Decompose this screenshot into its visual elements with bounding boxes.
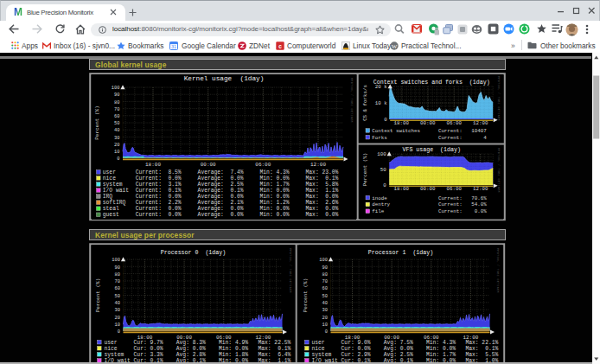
svg-text:06:00: 06:00 — [446, 186, 462, 192]
svg-text:70: 70 — [114, 279, 119, 284]
svg-text:file Current:: file Current: 0.0% — [372, 208, 487, 214]
svg-text:00:00: 00:00 — [420, 186, 436, 192]
svg-text:Processor 1 (1day): Processor 1 (1day) — [367, 250, 432, 256]
svg-text:10: 10 — [114, 150, 119, 155]
svg-text:30: 30 — [114, 136, 119, 141]
svg-text:12:00: 12:00 — [473, 120, 488, 126]
svg-text:18:00: 18:00 — [393, 186, 409, 192]
svg-text:20: 20 — [322, 316, 327, 321]
svg-text:system Cur: 2.9% Avg: 2.5: system Cur: 2.9% Avg: 2.5% Min: 1.7% Max… — [311, 352, 498, 358]
svg-text:100: 100 — [112, 86, 120, 91]
svg-text:90: 90 — [114, 93, 119, 98]
svg-text:system Cur: 3.3% Avg: 2.8: system Cur: 3.3% Avg: 2.8% Min: 1.8% Max… — [104, 352, 290, 358]
svg-text:VFS usage (1day): VFS usage (1day) — [402, 147, 460, 153]
svg-text:user Cur: 9.0% Avg: 7.5: user Cur: 9.0% Avg: 7.5% Min: 4.3% Max: … — [311, 340, 498, 346]
svg-text:I/O wait Current: 0.1% A: I/O wait Current: 0.1% Average: 0.1% Min… — [103, 188, 339, 194]
svg-text:nice Cur: 0.0% Avg: 0.0: nice Cur: 0.0% Avg: 0.0% Min: 0.0% Max: … — [311, 346, 498, 352]
svg-text:60: 60 — [114, 114, 119, 119]
svg-text:80: 80 — [114, 272, 119, 278]
svg-text:50: 50 — [322, 294, 327, 299]
svg-text:80: 80 — [322, 272, 327, 278]
svg-text:Percent (%): Percent (%) — [94, 278, 100, 313]
svg-text:50: 50 — [114, 121, 119, 126]
svg-text:06:00: 06:00 — [446, 120, 462, 126]
svg-text:guest Current: 0.0% A: guest Current: 0.0% Average: 0.0% Min: 0… — [103, 212, 339, 218]
svg-text:10: 10 — [114, 322, 119, 328]
svg-text:0: 0 — [117, 329, 119, 335]
svg-text:100: 100 — [319, 258, 328, 263]
svg-text:RRDTOOL / TOBI OETIKER: RRDTOOL / TOBI OETIKER — [350, 78, 354, 123]
svg-text:90: 90 — [114, 265, 119, 271]
svg-text:nice Cur: 0.0% Avg: 0.0: nice Cur: 0.0% Avg: 0.0% Min: 0.0% Max: … — [104, 346, 290, 352]
svg-text:inode Current:: inode Current: 70.6% — [372, 195, 487, 201]
svg-text:user Cur: 9.7% Avg: 8.3: user Cur: 9.7% Avg: 8.3% Min: 4.9% Max: … — [104, 340, 290, 346]
svg-text:system Current: 3.1% A: system Current: 3.1% Average: 2.5% Min: … — [103, 182, 339, 188]
svg-text:10 k: 10 k — [375, 100, 387, 106]
svg-text:12:00: 12:00 — [310, 162, 326, 168]
svg-text:0: 0 — [384, 117, 387, 123]
svg-text:60: 60 — [114, 286, 119, 291]
svg-text:90: 90 — [322, 265, 327, 271]
svg-text:20: 20 — [114, 316, 119, 321]
svg-text:nice Current: 0.0% A: nice Current: 0.0% Average: 0.0% Min: 0.… — [103, 176, 339, 182]
svg-text:100: 100 — [112, 258, 120, 263]
svg-text:Forks Current:: Forks Current: 4 — [372, 135, 487, 141]
svg-text:Percent (%): Percent (%) — [94, 105, 100, 140]
svg-text:50: 50 — [114, 294, 119, 299]
svg-text:Context switches and forks (1: Context switches and forks (1day) — [373, 80, 490, 86]
svg-text:0: 0 — [117, 156, 119, 162]
svg-text:40: 40 — [114, 301, 119, 306]
svg-text:18:00: 18:00 — [393, 120, 409, 126]
svg-text:00:00: 00:00 — [420, 120, 436, 126]
svg-text:steal Current: 0.0% A: steal Current: 0.0% Average: 0.0% Min: 0… — [103, 206, 339, 212]
svg-text:20: 20 — [114, 143, 119, 148]
svg-text:Context switches Current:: Context switches Current: 10407 — [372, 128, 487, 134]
svg-text:0: 0 — [383, 182, 386, 188]
svg-text:80: 80 — [114, 100, 119, 105]
svg-text:RRDTOOL / TOBI OETIKER: RRDTOOL / TOBI OETIKER — [497, 76, 501, 121]
svg-text:40: 40 — [114, 128, 119, 133]
svg-text:60: 60 — [322, 286, 327, 291]
svg-text:IRQ Current: 0.0% A: IRQ Current: 0.0% Average: 0.0% Min: 0.0… — [103, 194, 339, 200]
svg-text:20 k: 20 k — [375, 84, 387, 90]
svg-text:RRDTOOL / TOBI OETIKER: RRDTOOL / TOBI OETIKER — [497, 148, 501, 193]
svg-text:12:00: 12:00 — [473, 186, 488, 192]
svg-text:RRDTOOL / TOBI OETIKER: RRDTOOL / TOBI OETIKER — [496, 248, 500, 293]
svg-text:00:00: 00:00 — [201, 162, 216, 168]
svg-text:RRDTOOL / TOBI OETIKER: RRDTOOL / TOBI OETIKER — [289, 248, 292, 293]
svg-text:100: 100 — [377, 151, 386, 157]
svg-text:18:00: 18:00 — [145, 162, 161, 168]
svg-text:dentry Current:: dentry Current: 54.0% — [372, 201, 487, 208]
svg-text:CS & forks/s: CS & forks/s — [361, 85, 367, 121]
svg-text:50: 50 — [380, 167, 386, 173]
svg-text:70: 70 — [114, 107, 119, 112]
svg-text:30: 30 — [322, 308, 327, 313]
svg-text:0: 0 — [324, 329, 327, 335]
svg-text:06:00: 06:00 — [255, 162, 271, 168]
svg-text:Percent (%): Percent (%) — [361, 153, 367, 186]
svg-text:softIRQ Current: 2.2% A: softIRQ Current: 2.2% Average: 2.1% Min:… — [103, 200, 339, 206]
svg-text:Processor 0 (1day): Processor 0 (1day) — [160, 250, 225, 256]
svg-text:user Current: 8.5% A: user Current: 8.5% Average: 7.4% Min: 4.… — [103, 169, 339, 176]
svg-text:10: 10 — [322, 322, 327, 328]
svg-text:Kernel usage (1day): Kernel usage (1day) — [184, 75, 265, 82]
svg-text:40: 40 — [322, 301, 327, 306]
svg-text:70: 70 — [322, 279, 327, 284]
svg-text:Percent (%): Percent (%) — [302, 278, 308, 313]
svg-text:30: 30 — [114, 308, 119, 313]
